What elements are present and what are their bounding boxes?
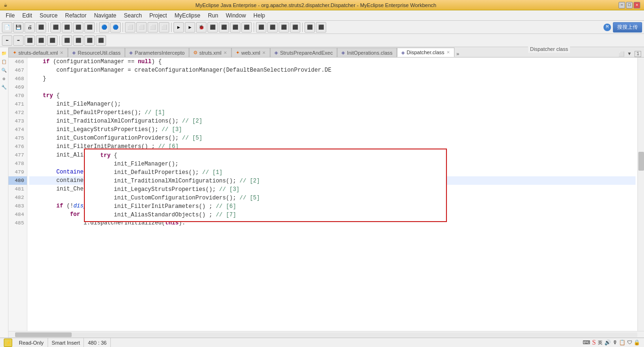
horizontal-scrollbar[interactable]	[8, 331, 644, 338]
dispatcher-icon: ◈	[401, 50, 405, 55]
tb2-btn-4[interactable]: ⬛	[36, 35, 46, 46]
tb-btn-16[interactable]: ▶	[185, 22, 195, 33]
save-button[interactable]: 💾	[13, 22, 24, 33]
maximize-button[interactable]: □	[626, 2, 633, 8]
tb-btn-21[interactable]: ⬛	[241, 22, 252, 33]
tab-struts-xml-close[interactable]: ✕	[223, 50, 227, 55]
sidebar-icon-4[interactable]: ⚙	[1, 75, 8, 82]
tb-btn-9[interactable]: 🔵	[99, 22, 109, 33]
menu-edit[interactable]: Edit	[18, 11, 36, 20]
linenum-485: 485	[8, 219, 27, 227]
tb-btn-13[interactable]: ⬜	[148, 22, 158, 33]
tb2-btn-8[interactable]: ⬛	[84, 35, 95, 46]
code-editor[interactable]: if (configurationManager == null) { conf…	[27, 58, 637, 331]
tab-web-xml[interactable]: ✦ web.xml ✕	[231, 48, 270, 57]
strutsprepare-icon: ◈	[274, 50, 278, 55]
initops-icon: ◈	[341, 50, 345, 55]
menu-search[interactable]: Search	[120, 11, 146, 20]
tb-btn-10[interactable]: 🔵	[110, 22, 121, 33]
sep4	[171, 23, 172, 32]
tab-list-icon[interactable]: ▼	[628, 51, 631, 57]
tb2-btn-2[interactable]: ➡	[13, 35, 24, 46]
overflow-tabs[interactable]: »	[454, 51, 462, 57]
sidebar-icon-3[interactable]: 🔍	[1, 67, 8, 74]
tb-btn-6[interactable]: ⬛	[62, 22, 72, 33]
menu-myeclipse[interactable]: MyEclipse	[171, 11, 204, 20]
sep5	[254, 23, 254, 32]
tab-resourceutil[interactable]: ◈ ResourceUtil.class	[68, 48, 125, 57]
tb2-btn-9[interactable]: ⬛	[96, 35, 106, 46]
code-line-466: if (configurationManager == null) {	[29, 58, 636, 66]
status-keyboard-indicator: ⌨	[583, 339, 590, 346]
tb-btn-8[interactable]: ⬛	[84, 22, 95, 33]
tb-btn-19[interactable]: ⬛	[219, 22, 229, 33]
tab-struts-default[interactable]: ✦ struts-default.xml ✕	[8, 48, 68, 57]
tb-btn-22[interactable]: ⬛	[256, 22, 266, 33]
main-area: 📁 📋 🔍 ⚙ 🔧 ✦ struts-default.xml ✕ ◈ Resou…	[0, 47, 644, 338]
tab-initops[interactable]: ◈ InitOperations.class	[337, 48, 397, 57]
tab-dispatcher[interactable]: ◈ Dispatcher.class ✕	[397, 48, 454, 57]
tab-struts-default-label: struts-default.xml	[18, 50, 58, 56]
menu-navigate[interactable]: Navigate	[90, 11, 120, 20]
tab-web-xml-close[interactable]: ✕	[262, 50, 266, 55]
tb-btn-24[interactable]: ⬛	[279, 22, 289, 33]
tb-btn-15[interactable]: ▶	[173, 22, 184, 33]
tb-btn-14[interactable]: ⬜	[159, 22, 169, 33]
tab-bar: ✦ struts-default.xml ✕ ◈ ResourceUtil.cl…	[8, 47, 644, 58]
linenum-480: 480	[8, 176, 27, 185]
menu-help[interactable]: Help	[250, 11, 269, 20]
tab-struts-default-close[interactable]: ✕	[60, 50, 64, 55]
tb2-btn-5[interactable]: ⬛	[47, 35, 58, 46]
tb2-btn-6[interactable]: ⬛	[62, 35, 72, 46]
sep2	[97, 23, 97, 32]
status-insert: Smart Insert	[48, 338, 84, 347]
tb-btn-18[interactable]: ⬛	[207, 22, 218, 33]
tb-btn-4[interactable]: ⬛	[36, 22, 46, 33]
code-line-467: configurationManager = createConfigurati…	[29, 66, 636, 74]
sep7	[59, 36, 60, 45]
linenum-467: 467	[8, 66, 27, 74]
tab-parameters[interactable]: ◈ ParametersIntercepto	[125, 48, 189, 57]
linenum-483: 483	[8, 202, 27, 210]
tb-btn-7[interactable]: ⬛	[73, 22, 83, 33]
sidebar-icon-1[interactable]: 📁	[1, 50, 8, 57]
popup-line-7: init_FilterInitParameters() ; // [6]	[87, 202, 444, 211]
menu-refactor[interactable]: Refactor	[61, 11, 90, 20]
minimize-button[interactable]: −	[619, 2, 625, 8]
sep1	[48, 23, 49, 32]
tb-btn-11[interactable]: ⬜	[125, 22, 135, 33]
tab-struts-xml[interactable]: ⚙ struts.xml ✕	[189, 48, 231, 57]
tb-btn-20[interactable]: ⬛	[230, 22, 240, 33]
menu-project[interactable]: Project	[146, 11, 171, 20]
tab-strutsprepare[interactable]: ◈ StrutsPrepareAndExec	[270, 48, 337, 57]
menu-file[interactable]: File	[2, 11, 18, 20]
print-button[interactable]: 🖨	[25, 22, 35, 33]
tb-btn-5[interactable]: ⬛	[50, 22, 61, 33]
new-button[interactable]: 📄	[2, 22, 12, 33]
tb2-btn-3[interactable]: ⬛	[25, 35, 35, 46]
parameters-icon: ◈	[129, 50, 133, 55]
status-position: 480 : 36	[84, 338, 111, 347]
hscroll-thumb[interactable]	[15, 332, 72, 337]
tb-btn-25[interactable]: ⬛	[290, 22, 300, 33]
tb-btn-27[interactable]: ⬛	[316, 22, 326, 33]
tb-btn-12[interactable]: ⬜	[136, 22, 147, 33]
maximize-editor-icon[interactable]: ⬜	[619, 51, 624, 57]
tb-btn-26[interactable]: ⬛	[305, 22, 315, 33]
tb2-btn-1[interactable]: ⬅	[2, 35, 12, 46]
menu-window[interactable]: Window	[222, 11, 250, 20]
tb2-btn-7[interactable]: ⬛	[73, 35, 83, 46]
tb-btn-23[interactable]: ⬛	[267, 22, 278, 33]
tab-dispatcher-label: Dispatcher.class	[407, 50, 445, 55]
tb-btn-17[interactable]: 🐞	[196, 22, 206, 33]
linenum-468: 468	[8, 74, 27, 83]
sidebar-icon-2[interactable]: 📋	[1, 58, 8, 65]
scrollbar-thumb[interactable]	[638, 152, 644, 171]
search-upload-button[interactable]: 搜搜上传	[613, 22, 642, 33]
menu-run[interactable]: Run	[204, 11, 222, 20]
vertical-scrollbar[interactable]	[637, 58, 644, 331]
menu-source[interactable]: Source	[36, 11, 61, 20]
code-line-471: init_FileManager();	[29, 100, 636, 108]
close-button[interactable]: ✕	[634, 2, 640, 8]
sidebar-icon-5[interactable]: 🔧	[1, 84, 8, 91]
